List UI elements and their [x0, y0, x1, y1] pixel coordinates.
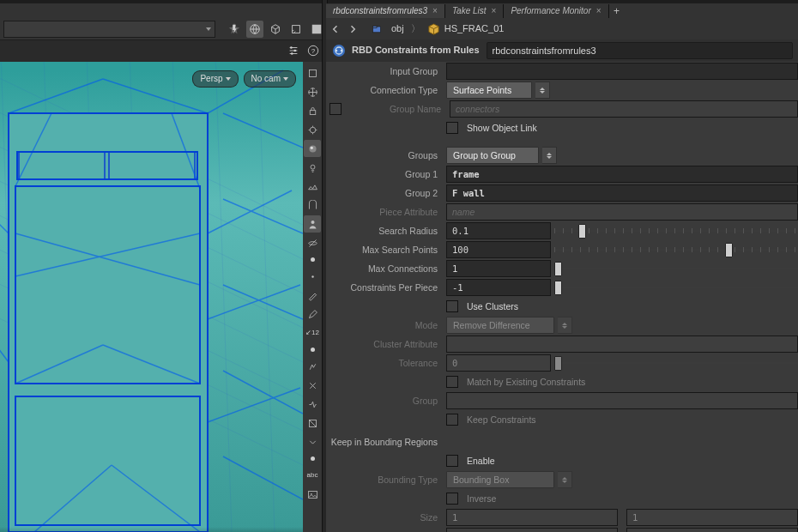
constraints-per-piece-slider[interactable]	[554, 280, 798, 295]
viewport-fade	[0, 527, 303, 532]
breadcrumb-geo[interactable]: HS_FRAC_01	[422, 21, 510, 37]
abc-label-icon[interactable]: abc	[304, 467, 321, 484]
breadcrumb-obj[interactable]: obj	[386, 21, 409, 37]
svg-rect-28	[15, 396, 200, 525]
help-icon[interactable]: ?	[305, 42, 322, 59]
svg-point-56	[310, 127, 316, 133]
search-radius-field[interactable]	[446, 222, 551, 239]
chevron-right-icon: 〉	[411, 23, 420, 34]
persp-label: Persp	[200, 74, 222, 84]
edit-icon[interactable]	[304, 305, 321, 323]
label-mode: Mode	[326, 320, 446, 331]
separator-dot-3	[311, 456, 315, 461]
connection-type-select[interactable]: Surface Points	[446, 82, 532, 99]
svg-point-57	[309, 145, 316, 152]
select-stepper[interactable]	[535, 82, 550, 99]
move-icon[interactable]	[304, 83, 321, 100]
snap-a-icon[interactable]	[304, 121, 321, 138]
parameters-panel[interactable]: Input Group Connection Type Surface Poin…	[326, 62, 798, 532]
tool-b-icon[interactable]	[304, 377, 321, 394]
svg-rect-1	[293, 26, 300, 33]
bounding-enable-checkbox[interactable]	[446, 455, 458, 467]
cube-icon[interactable]	[267, 21, 284, 38]
tabs-row: rbdconstraintsfromrules3 × Take List × P…	[326, 3, 798, 20]
svg-line-61	[309, 239, 316, 246]
svg-rect-54	[309, 70, 316, 76]
close-icon[interactable]: ×	[432, 6, 438, 16]
nav-back-button[interactable]	[328, 21, 343, 37]
pin-icon[interactable]	[226, 21, 243, 38]
person-icon[interactable]	[304, 215, 321, 233]
bg-icon[interactable]	[304, 178, 321, 195]
viewport-options-icons: ?	[283, 39, 324, 62]
tool-a-icon[interactable]	[304, 358, 321, 375]
svg-point-62	[311, 275, 313, 277]
select-stepper	[558, 317, 572, 334]
svg-line-64	[309, 420, 316, 426]
tab-rbdconstraints[interactable]: rbdconstraintsfromrules3 ×	[326, 4, 445, 18]
vis-icon[interactable]	[304, 64, 321, 82]
svg-point-60	[311, 221, 314, 224]
nav-forward-button[interactable]	[345, 21, 360, 37]
snap-b-icon[interactable]	[304, 196, 321, 214]
max-search-points-slider[interactable]	[554, 242, 798, 257]
scale-num-icon[interactable]: ↙12	[304, 324, 321, 342]
tool-c-icon[interactable]	[304, 396, 321, 413]
group-name-enable-checkbox[interactable]	[329, 103, 342, 115]
node-name-input[interactable]	[487, 42, 793, 59]
show-object-link-checkbox[interactable]	[446, 122, 458, 134]
constraints-per-piece-field[interactable]	[446, 279, 551, 296]
tab-label: Take List	[452, 6, 487, 16]
group1-field[interactable]	[446, 166, 798, 183]
pick-point-icon[interactable]	[304, 268, 321, 285]
node-type-icon	[331, 43, 347, 58]
search-radius-slider[interactable]	[554, 223, 798, 239]
groups-select[interactable]: Group to Group	[446, 147, 539, 164]
caret-down-icon[interactable]	[304, 433, 321, 450]
svg-rect-2	[312, 25, 322, 34]
svg-line-35	[0, 208, 9, 233]
close-icon[interactable]: ×	[596, 6, 602, 16]
svg-point-5	[291, 52, 293, 55]
eye-off-icon[interactable]	[304, 234, 321, 251]
select-value: Surface Points	[453, 85, 511, 96]
group2-field[interactable]	[446, 184, 798, 202]
svg-rect-27	[15, 186, 200, 384]
input-group-field[interactable]	[446, 63, 798, 80]
tool-d-icon[interactable]	[304, 414, 321, 432]
group-name-field	[450, 100, 798, 118]
use-clusters-checkbox[interactable]	[446, 300, 458, 312]
caret-down-icon	[226, 77, 231, 81]
show-object-link-label: Show Object Link	[467, 123, 537, 134]
max-search-points-field[interactable]	[446, 241, 551, 258]
path-root-icon[interactable]	[369, 21, 384, 37]
lock-icon[interactable]	[304, 102, 321, 119]
svg-point-3	[290, 46, 293, 49]
add-tab-button[interactable]: +	[609, 5, 625, 17]
persp-menu[interactable]: Persp	[192, 70, 238, 88]
3d-viewport[interactable]: Persp No cam	[0, 62, 304, 532]
node-header: RBD Constraints from Rules	[326, 39, 798, 63]
max-connections-field[interactable]	[446, 260, 551, 277]
label-group-filter: Group	[326, 396, 446, 407]
viewport-view-menu[interactable]	[3, 21, 215, 38]
close-icon[interactable]: ×	[492, 6, 497, 16]
light-icon[interactable]	[304, 159, 321, 176]
bounding-enable-label: Enable	[467, 456, 495, 467]
cube-dropdown-icon[interactable]	[287, 21, 305, 38]
tab-performance-monitor[interactable]: Performance Monitor ×	[504, 4, 608, 18]
svg-rect-55	[310, 110, 316, 114]
max-connections-slider[interactable]	[554, 261, 798, 276]
brush-icon[interactable]	[304, 287, 321, 304]
select-stepper[interactable]	[542, 147, 557, 164]
camera-menu[interactable]: No cam	[244, 70, 296, 88]
tolerance-slider	[554, 355, 798, 371]
shade-sphere-icon[interactable]	[304, 140, 321, 157]
globe-icon[interactable]	[246, 21, 263, 38]
image-icon[interactable]	[304, 486, 321, 503]
tab-take-list[interactable]: Take List ×	[445, 4, 505, 18]
controls-icon[interactable]	[285, 42, 302, 59]
svg-line-29	[9, 79, 103, 113]
inverse-checkbox	[446, 493, 458, 505]
label-groups: Groups	[326, 150, 446, 161]
